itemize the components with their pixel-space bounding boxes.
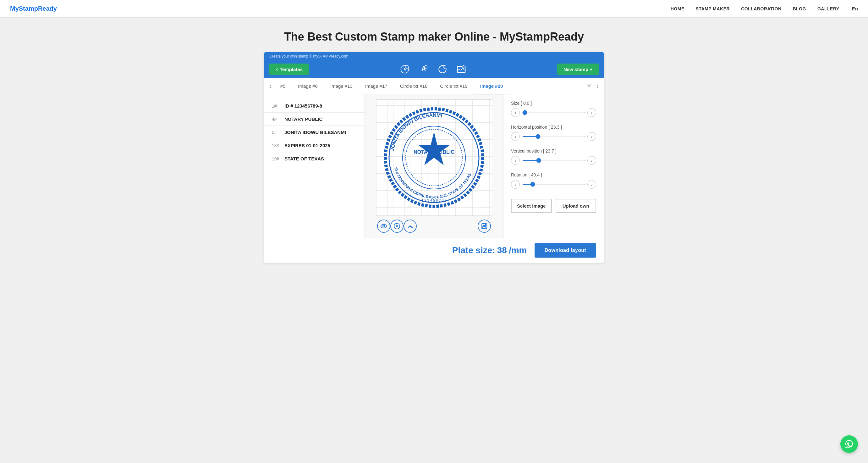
content-area: 1# ID # 123456789-8 4# NOTARY PUBLIC 5# … bbox=[264, 94, 604, 238]
svg-text:+: + bbox=[406, 66, 408, 68]
download-layout-button[interactable]: Download layout bbox=[534, 243, 596, 258]
size-slider[interactable] bbox=[522, 112, 585, 113]
tab-image6[interactable]: Image #6 bbox=[292, 78, 324, 94]
vertical-increase-button[interactable]: › bbox=[587, 156, 596, 165]
size-control: Size [ 0.0 ] ‹ › bbox=[511, 100, 596, 117]
tab-image20[interactable]: Image #20 bbox=[474, 78, 509, 94]
svg-point-23 bbox=[383, 225, 385, 227]
horizontal-slider[interactable] bbox=[522, 136, 585, 137]
svg-text:+: + bbox=[463, 66, 464, 68]
nav-stamp-maker[interactable]: STAMP MAKER bbox=[696, 6, 730, 11]
svg-text:+: + bbox=[444, 66, 445, 68]
tab-circletxt19[interactable]: Circle txt #19 bbox=[434, 78, 474, 94]
svg-text:1 2 3 4 5 6 7 8 9: 1 2 3 4 5 6 7 8 9 bbox=[422, 199, 446, 202]
add-text-icon[interactable]: A + bbox=[417, 63, 430, 76]
plate-label: Plate size: bbox=[452, 245, 495, 255]
canvas-controls bbox=[376, 220, 492, 233]
svg-marker-19 bbox=[418, 133, 450, 165]
right-panel: Size [ 0.0 ] ‹ › Horizontal position [ 2… bbox=[503, 94, 604, 238]
vertical-control: Vertical position [ 23.7 ] ‹ › bbox=[511, 148, 596, 165]
add-circle-shape-icon[interactable]: + bbox=[436, 63, 449, 76]
svg-point-22 bbox=[381, 224, 386, 228]
tab-image17[interactable]: Image #17 bbox=[359, 78, 394, 94]
left-panel: 1# ID # 123456789-8 4# NOTARY PUBLIC 5# … bbox=[264, 94, 365, 238]
main-nav: HOME STAMP MAKER COLLABORATION BLOG GALL… bbox=[671, 6, 839, 11]
stamp-canvas[interactable]: JONITA IDOWU BILESANMI NOTARY PUBLIC ID … bbox=[376, 99, 492, 216]
svg-point-24 bbox=[394, 223, 400, 229]
nav-blog[interactable]: BLOG bbox=[793, 6, 806, 11]
upload-own-button[interactable]: Upload own bbox=[556, 199, 596, 213]
list-item[interactable]: 19# STATE OF TEXAS bbox=[264, 152, 365, 165]
svg-rect-27 bbox=[483, 224, 486, 226]
add-circle-text-icon[interactable]: A + bbox=[399, 63, 411, 76]
tab-prev-arrow[interactable]: ‹ bbox=[267, 82, 274, 90]
hero-section: The Best Custom Stamp maker Online - MyS… bbox=[0, 18, 868, 52]
rotation-slider[interactable] bbox=[522, 184, 585, 185]
tab-next-arrow[interactable]: › bbox=[594, 82, 601, 90]
list-item[interactable]: 4# NOTARY PUBLIC bbox=[264, 113, 365, 126]
canvas-eye-button[interactable] bbox=[377, 220, 390, 233]
toolbar-icons: A + A + + bbox=[314, 63, 552, 76]
new-stamp-button[interactable]: New stamp + bbox=[557, 63, 599, 75]
hero-title: The Best Custom Stamp maker Online - MyS… bbox=[0, 30, 868, 44]
size-increase-button[interactable]: › bbox=[587, 108, 596, 117]
rotation-label: Rotation [ 49.4 ] bbox=[511, 172, 596, 177]
rotation-control: Rotation [ 49.4 ] ‹ › bbox=[511, 172, 596, 189]
select-image-button[interactable]: Select image bbox=[511, 199, 552, 213]
top-bar: Create your own stamp © mySTAMPready.com bbox=[264, 52, 604, 60]
size-label: Size [ 0.0 ] bbox=[511, 100, 596, 106]
whatsapp-button[interactable] bbox=[840, 435, 858, 453]
plate-unit: /mm bbox=[509, 245, 527, 255]
rotation-increase-button[interactable]: › bbox=[587, 180, 596, 189]
svg-rect-28 bbox=[483, 227, 486, 229]
plate-value: 38 bbox=[497, 245, 507, 255]
list-item[interactable]: 5# JONITA IDOWU BILESANMI bbox=[264, 126, 365, 139]
horizontal-increase-button[interactable]: › bbox=[587, 132, 596, 141]
vertical-decrease-button[interactable]: ‹ bbox=[511, 156, 520, 165]
list-item[interactable]: 18# EXPIRES 01-01-2025 bbox=[264, 139, 365, 152]
canvas-fill-button[interactable] bbox=[404, 220, 417, 233]
tab-5[interactable]: #5 bbox=[274, 78, 292, 94]
svg-text:+: + bbox=[425, 66, 427, 68]
plate-size: Plate size: 38 /mm bbox=[452, 245, 527, 255]
add-image-icon[interactable]: + bbox=[455, 63, 468, 76]
rotation-decrease-button[interactable]: ‹ bbox=[511, 180, 520, 189]
size-decrease-button[interactable]: ‹ bbox=[511, 108, 520, 117]
templates-button[interactable]: < Templates bbox=[269, 63, 309, 75]
vertical-slider[interactable] bbox=[522, 160, 585, 161]
canvas-magic-button[interactable] bbox=[390, 220, 404, 233]
language-selector[interactable]: En bbox=[852, 6, 858, 11]
tab-circletxt18[interactable]: Circle txt #18 bbox=[394, 78, 434, 94]
vertical-label: Vertical position [ 23.7 ] bbox=[511, 148, 596, 153]
image-buttons: Select image Upload own bbox=[511, 199, 596, 213]
horizontal-label: Horizontal position [ 23.3 ] bbox=[511, 124, 596, 129]
toolbar: < Templates A + A + bbox=[264, 60, 604, 78]
nav-collaboration[interactable]: COLLABORATION bbox=[741, 6, 781, 11]
list-item[interactable]: 1# ID # 123456789-8 bbox=[264, 99, 365, 113]
horizontal-decrease-button[interactable]: ‹ bbox=[511, 132, 520, 141]
tab-image13[interactable]: Image #13 bbox=[324, 78, 359, 94]
topbar-text: Create your own stamp © mySTAMPready.com bbox=[269, 54, 348, 58]
tabs-bar: ‹ #5 Image #6 Image #13 Image #17 Circle… bbox=[264, 78, 604, 94]
brand-logo[interactable]: MyStampReady bbox=[10, 5, 57, 12]
tab-close-icon[interactable]: ✕ bbox=[584, 82, 594, 89]
nav-home[interactable]: HOME bbox=[671, 6, 684, 11]
bottom-bar: Plate size: 38 /mm Download layout bbox=[264, 238, 604, 263]
center-panel: JONITA IDOWU BILESANMI NOTARY PUBLIC ID … bbox=[365, 94, 503, 238]
canvas-save-button[interactable] bbox=[478, 220, 491, 233]
stamp-preview: JONITA IDOWU BILESANMI NOTARY PUBLIC ID … bbox=[380, 104, 488, 211]
horizontal-control: Horizontal position [ 23.3 ] ‹ › bbox=[511, 124, 596, 141]
main-card: Create your own stamp © mySTAMPready.com… bbox=[264, 52, 604, 263]
nav-gallery[interactable]: GALLERY bbox=[817, 6, 839, 11]
